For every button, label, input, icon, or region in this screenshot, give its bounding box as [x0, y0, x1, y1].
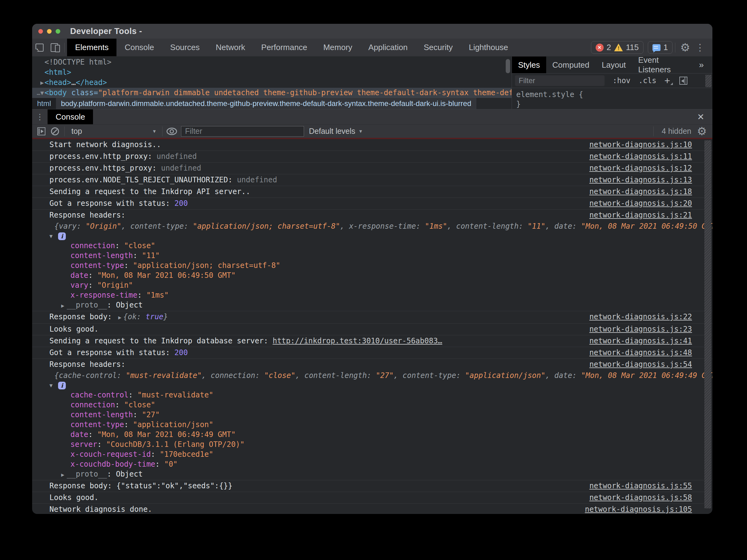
- object-property-row: x-couch-request-id: "170ebced1e": [32, 449, 713, 459]
- clear-console-icon[interactable]: [48, 125, 62, 137]
- window-title: Developer Tools -: [70, 27, 142, 36]
- source-link[interactable]: network-diagnosis.js:10: [589, 140, 713, 149]
- styles-tab-computed[interactable]: Computed: [546, 56, 596, 73]
- pseudo-state-toggle[interactable]: :hov: [613, 76, 630, 85]
- element-style-rule: element.style { }: [512, 88, 713, 109]
- expand-triangle-icon[interactable]: ▶: [61, 472, 67, 478]
- tab-sources[interactable]: Sources: [162, 39, 208, 56]
- source-link[interactable]: network-diagnosis.js:21: [589, 211, 713, 220]
- console-scrollbar[interactable]: [704, 140, 711, 508]
- dom-tree-node[interactable]: ▶<head>…</head>: [32, 78, 512, 88]
- object-property-row: server: "CouchDB/3.1.1 (Erlang OTP/20)": [32, 439, 713, 449]
- messages-badge[interactable]: 1: [648, 41, 673, 54]
- inspect-element-icon[interactable]: [32, 40, 47, 55]
- class-toggle[interactable]: .cls: [639, 76, 656, 85]
- console-message-text: Network diagnosis done.: [32, 505, 152, 514]
- object-expander-row: ▼i: [32, 231, 713, 241]
- tab-memory[interactable]: Memory: [315, 39, 360, 56]
- object-property-row: x-couchdb-body-time: "0": [32, 459, 713, 469]
- styles-tab-layout[interactable]: Layout: [596, 56, 632, 73]
- console-filter-input[interactable]: [181, 126, 304, 136]
- object-expander-row: ▼i: [32, 381, 713, 390]
- source-link[interactable]: network-diagnosis.js:12: [589, 164, 713, 173]
- console-message: Looks good.network-diagnosis.js:58: [32, 492, 713, 504]
- console-message: process.env.http_proxy: undefinednetwork…: [32, 151, 713, 162]
- source-link[interactable]: network-diagnosis.js:11: [589, 152, 713, 161]
- tab-elements[interactable]: Elements: [67, 39, 117, 56]
- drawer-menu-icon[interactable]: ⋮: [32, 109, 48, 124]
- issues-badge[interactable]: ✕ 2 ! 115: [591, 41, 644, 54]
- styles-tab-event-listeners[interactable]: Event Listeners: [632, 56, 699, 73]
- proto-value: Object: [116, 301, 143, 309]
- source-link[interactable]: network-diagnosis.js:20: [589, 199, 713, 208]
- chevron-down-icon: ▼: [152, 129, 157, 134]
- device-toolbar-icon[interactable]: [47, 40, 62, 55]
- panel-tabs: ElementsConsoleSourcesNetworkPerformance…: [67, 39, 516, 56]
- styles-filter-input[interactable]: [515, 75, 604, 86]
- console-sidebar-icon[interactable]: [34, 125, 48, 137]
- collapse-triangle-icon[interactable]: ▼: [49, 382, 58, 388]
- styles-scrollbar[interactable]: [705, 75, 712, 87]
- console-message-text: process.env.NODE_TLS_REJECT_UNAUTHORIZED…: [32, 176, 277, 184]
- more-tabs-icon[interactable]: »: [699, 56, 713, 73]
- close-window-button[interactable]: [38, 29, 43, 34]
- source-link[interactable]: network-diagnosis.js:48: [589, 348, 713, 357]
- tab-console[interactable]: Console: [117, 39, 162, 56]
- console-settings-icon[interactable]: ⚙: [697, 124, 707, 139]
- tab-lighthouse[interactable]: Lighthouse: [461, 39, 516, 56]
- source-link[interactable]: network-diagnosis.js:18: [589, 187, 713, 196]
- source-link[interactable]: network-diagnosis.js:54: [589, 360, 713, 369]
- console-message-row: Looks good.network-diagnosis.js:23: [32, 324, 713, 335]
- console-message: process.env.NODE_TLS_REJECT_UNAUTHORIZED…: [32, 174, 713, 186]
- object-property-row: connection: "close": [32, 400, 713, 410]
- tree-expander-icon[interactable]: ▶: [33, 78, 44, 88]
- more-options-icon[interactable]: ⋮: [693, 40, 707, 55]
- collapse-triangle-icon[interactable]: ▼: [49, 233, 58, 239]
- tab-console-drawer[interactable]: Console: [48, 109, 93, 124]
- window-titlebar[interactable]: Developer Tools -: [32, 24, 713, 39]
- breadcrumb-item[interactable]: body.platform-darwin.dimmable.undetached…: [56, 98, 476, 109]
- console-message: Start network diagnosis..network-diagnos…: [32, 139, 713, 151]
- tree-expander-icon[interactable]: …▼: [33, 88, 44, 98]
- tab-network[interactable]: Network: [208, 39, 253, 56]
- new-style-rule-icon[interactable]: +: [665, 78, 670, 84]
- tab-application[interactable]: Application: [360, 39, 415, 56]
- console-message-text: Looks good.: [32, 325, 99, 334]
- message-bubble-icon: [652, 44, 661, 51]
- source-link[interactable]: network-diagnosis.js:55: [589, 482, 713, 490]
- minimize-window-button[interactable]: [47, 29, 52, 34]
- live-expression-eye-icon[interactable]: [165, 125, 179, 137]
- toolbar-divider: [64, 126, 65, 136]
- styles-tab-styles[interactable]: Styles: [512, 56, 546, 73]
- source-link[interactable]: network-diagnosis.js:41: [589, 336, 713, 346]
- console-message: Response body: {"status":"ok","seeds":{}…: [32, 480, 713, 492]
- warning-count: 115: [626, 43, 639, 52]
- expand-triangle-icon[interactable]: ▶: [61, 303, 67, 309]
- source-link[interactable]: network-diagnosis.js:23: [589, 325, 713, 334]
- dom-tree-node[interactable]: <html>: [32, 67, 512, 78]
- source-link[interactable]: network-diagnosis.js:22: [589, 312, 713, 322]
- expand-triangle-icon[interactable]: ▶: [117, 314, 123, 321]
- zoom-window-button[interactable]: [56, 29, 60, 34]
- settings-gear-icon[interactable]: ⚙: [678, 40, 693, 55]
- request-url-link[interactable]: http://inkdrop.test:3010/user-56ab083…: [273, 336, 442, 345]
- dom-tree-node[interactable]: <!DOCTYPE html>: [32, 57, 512, 67]
- source-link[interactable]: network-diagnosis.js:58: [589, 493, 713, 502]
- tab-security[interactable]: Security: [416, 39, 461, 56]
- chevron-down-icon: ▼: [358, 129, 363, 134]
- rule-open[interactable]: element.style {: [516, 90, 713, 100]
- source-link[interactable]: network-diagnosis.js:105: [585, 505, 713, 514]
- log-levels-selector[interactable]: Default levels ▼: [309, 127, 363, 136]
- property-name: content-length: [71, 410, 133, 419]
- source-link[interactable]: network-diagnosis.js:13: [589, 176, 713, 184]
- close-drawer-icon[interactable]: ✕: [689, 109, 713, 124]
- elements-scrollbar[interactable]: [506, 59, 510, 73]
- toggle-sidebar-icon[interactable]: [679, 77, 687, 85]
- tab-performance[interactable]: Performance: [253, 39, 315, 56]
- execution-context-selector[interactable]: top ▼: [67, 127, 160, 136]
- breadcrumb-item[interactable]: html: [32, 98, 56, 109]
- dom-tree-node[interactable]: …▼<body class="platform-darwin dimmable …: [32, 88, 512, 98]
- console-message-text: Got a response with status: 200: [32, 199, 188, 208]
- console-message: Response headers:network-diagnosis.js:54…: [32, 359, 713, 480]
- console-message-text: Response headers:: [32, 211, 125, 220]
